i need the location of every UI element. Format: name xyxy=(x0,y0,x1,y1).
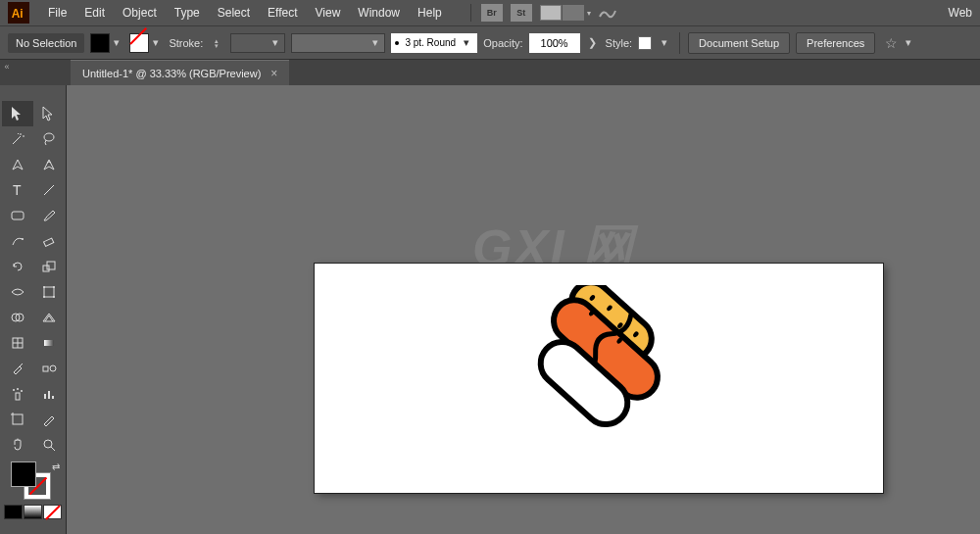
svg-point-24 xyxy=(13,389,15,391)
arrange-documents-icon[interactable]: ▾ xyxy=(540,5,591,21)
lasso-tool[interactable] xyxy=(33,126,65,152)
style-label: Style: xyxy=(606,37,633,49)
direct-selection-tool[interactable] xyxy=(33,101,65,126)
svg-point-33 xyxy=(44,440,52,448)
document-setup-button[interactable]: Document Setup xyxy=(688,32,790,54)
fill-dropdown[interactable]: ▾ xyxy=(110,33,123,53)
zoom-tool[interactable] xyxy=(33,432,65,458)
menu-type[interactable]: Type xyxy=(166,2,209,24)
paintbrush-tool[interactable] xyxy=(33,203,65,228)
gradient-tool[interactable] xyxy=(33,330,65,356)
close-tab-icon[interactable]: × xyxy=(270,67,277,80)
svg-rect-29 xyxy=(52,396,54,399)
color-mode-gradient[interactable] xyxy=(24,505,42,519)
app-icon: Ai xyxy=(8,2,29,24)
menu-help[interactable]: Help xyxy=(409,2,451,24)
graphic-style-swatch[interactable] xyxy=(638,36,652,50)
optionbar: No Selection ▾ ▾ Stroke: ▴▾ ▾ ▾ 3 pt. Ro… xyxy=(0,26,980,60)
stroke-swatch-dropdown[interactable]: ▾ xyxy=(149,33,163,53)
curvature-tool[interactable] xyxy=(33,152,65,177)
color-mode-none[interactable] xyxy=(43,505,62,519)
variable-width-profile-dropdown[interactable]: ▾ xyxy=(291,33,385,53)
perspective-grid-tool[interactable] xyxy=(33,305,65,330)
menu-edit[interactable]: Edit xyxy=(75,2,114,24)
menu-select[interactable]: Select xyxy=(209,2,259,24)
selection-status: No Selection xyxy=(8,33,84,53)
svg-point-6 xyxy=(22,238,24,240)
svg-rect-10 xyxy=(44,287,54,297)
svg-point-12 xyxy=(53,286,55,288)
svg-rect-7 xyxy=(44,238,54,246)
eraser-tool[interactable] xyxy=(33,228,65,254)
stroke-label: Stroke: xyxy=(169,37,203,49)
pen-tool[interactable] xyxy=(2,152,33,177)
menu-file[interactable]: File xyxy=(39,2,75,24)
magic-wand-tool[interactable] xyxy=(2,126,33,152)
svg-rect-21 xyxy=(43,366,48,371)
menu-window[interactable]: Window xyxy=(349,2,409,24)
blend-tool[interactable] xyxy=(33,356,65,381)
tools-panel-header xyxy=(0,89,66,99)
svg-point-26 xyxy=(21,390,23,392)
gpu-preview-icon[interactable] xyxy=(595,5,620,21)
svg-point-14 xyxy=(53,296,55,298)
column-graph-tool[interactable] xyxy=(33,381,65,407)
color-mode-solid[interactable] xyxy=(4,505,23,519)
svg-rect-28 xyxy=(48,391,50,399)
shape-builder-tool[interactable] xyxy=(2,305,33,330)
fill-color-box[interactable] xyxy=(11,461,36,487)
svg-rect-5 xyxy=(12,212,24,219)
align-to-icon[interactable]: ☆ xyxy=(885,35,898,51)
opacity-dropdown[interactable]: ❯ xyxy=(586,33,600,53)
stroke-swatch[interactable] xyxy=(129,33,149,53)
shaper-tool[interactable] xyxy=(2,228,33,254)
artboard-tool[interactable] xyxy=(2,407,33,432)
color-mode-row xyxy=(0,503,66,521)
stroke-weight-stepper[interactable]: ▴▾ xyxy=(209,33,224,53)
slice-tool[interactable] xyxy=(33,407,65,432)
eyedropper-tool[interactable] xyxy=(2,356,33,381)
swap-fill-stroke-icon[interactable]: ⇄ xyxy=(52,461,60,472)
artboard[interactable] xyxy=(315,264,883,493)
selection-tool[interactable] xyxy=(2,101,33,126)
menu-effect[interactable]: Effect xyxy=(259,2,306,24)
svg-rect-27 xyxy=(44,394,46,399)
type-tool[interactable]: T xyxy=(2,177,33,203)
line-tool[interactable] xyxy=(33,177,65,203)
rectangle-tool[interactable] xyxy=(2,203,33,228)
brush-definition-label: 3 pt. Round xyxy=(405,37,456,48)
symbol-sprayer-tool[interactable] xyxy=(2,381,33,407)
scale-tool[interactable] xyxy=(33,254,65,279)
svg-point-25 xyxy=(17,388,19,390)
bridge-icon[interactable]: Br xyxy=(481,4,503,22)
tools-panel: T ⇄ xyxy=(0,85,67,534)
mesh-tool[interactable] xyxy=(2,330,33,356)
svg-point-22 xyxy=(50,365,56,371)
brush-definition-dropdown[interactable]: 3 pt. Round ▾ xyxy=(391,33,477,53)
svg-text:T: T xyxy=(13,182,22,198)
align-to-dropdown[interactable]: ▾ xyxy=(902,33,915,53)
svg-rect-8 xyxy=(43,266,49,271)
hand-tool[interactable] xyxy=(2,432,33,458)
graphic-style-dropdown[interactable]: ▾ xyxy=(658,33,671,53)
svg-rect-23 xyxy=(16,393,20,400)
fill-stroke-control[interactable]: ⇄ xyxy=(0,460,66,503)
document-tab[interactable]: Untitled-1* @ 33.33% (RGB/Preview) × xyxy=(71,60,289,85)
menu-object[interactable]: Object xyxy=(114,2,166,24)
free-transform-tool[interactable] xyxy=(33,279,65,305)
fill-swatch[interactable] xyxy=(90,33,110,53)
menu-view[interactable]: View xyxy=(307,2,350,24)
svg-line-4 xyxy=(44,185,54,195)
stroke-weight-dropdown[interactable]: ▾ xyxy=(230,33,285,53)
canvas-area[interactable]: GXI 网 xyxy=(67,85,980,534)
opacity-value[interactable]: 100% xyxy=(529,33,580,53)
preferences-button[interactable]: Preferences xyxy=(796,32,875,54)
rotate-tool[interactable] xyxy=(2,254,33,279)
svg-line-34 xyxy=(51,447,55,451)
stock-icon[interactable]: St xyxy=(511,4,532,22)
opacity-label: Opacity: xyxy=(483,37,522,49)
svg-rect-20 xyxy=(44,340,54,346)
panel-toggle-icon[interactable]: « xyxy=(0,60,14,85)
workspace-label[interactable]: Web xyxy=(949,6,980,20)
width-tool[interactable] xyxy=(2,279,33,305)
